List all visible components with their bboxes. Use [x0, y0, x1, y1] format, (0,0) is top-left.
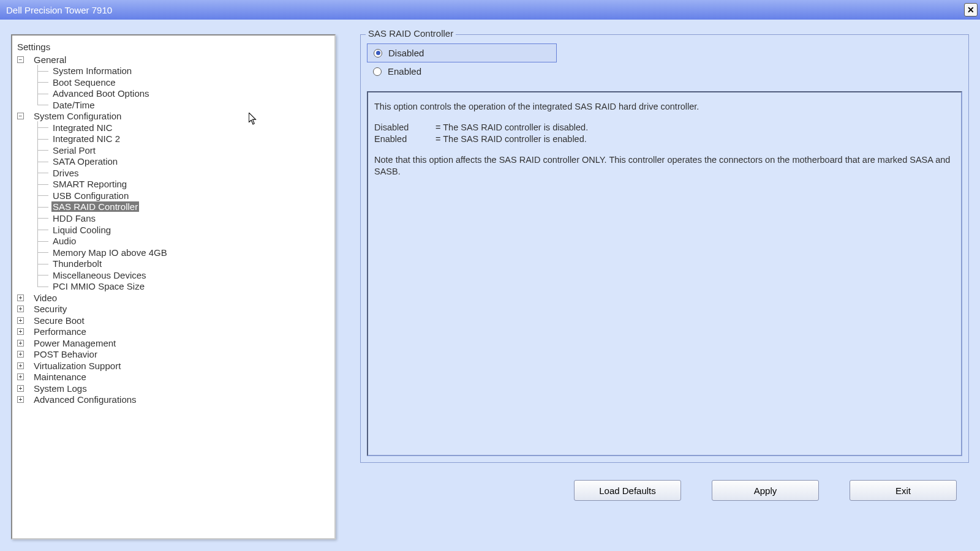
tree-item-audio[interactable]: Audio	[51, 236, 77, 246]
tree-item-integrated-nic[interactable]: Integrated NIC	[51, 122, 114, 133]
tree-group-system-configuration[interactable]: System Configuration	[32, 111, 123, 121]
tree-group-secure-boot[interactable]: Secure Boot	[32, 315, 86, 326]
expand-icon[interactable]: +	[17, 294, 24, 301]
description-value: = The SAS RAID controller is disabled.	[435, 122, 588, 134]
button-row: Load Defaults Apply Exit	[360, 463, 969, 501]
detail-legend: SAS RAID Controller	[366, 28, 456, 39]
expand-icon[interactable]: +	[17, 351, 24, 358]
description-value: = The SAS RAID controller is enabled.	[435, 133, 587, 146]
expand-icon[interactable]: +	[17, 317, 24, 324]
close-button[interactable]: ✕	[964, 3, 978, 17]
radio-group: Disabled Enabled	[367, 43, 962, 80]
radio-option-disabled[interactable]: Disabled	[367, 43, 557, 62]
tree-item-hdd-fans[interactable]: HDD Fans	[51, 213, 97, 223]
radio-label-disabled: Disabled	[388, 48, 424, 58]
tree-item-miscellaneous-devices[interactable]: Miscellaneous Devices	[51, 270, 148, 280]
tree-item-sas-raid-controller[interactable]: SAS RAID Controller	[51, 201, 139, 212]
description-intro: This option controls the operation of th…	[374, 101, 955, 113]
tree-group-performance[interactable]: Performance	[32, 326, 88, 337]
description-key: Disabled	[374, 122, 435, 134]
expand-icon[interactable]: +	[17, 373, 24, 380]
titlebar: Dell Precision Tower 7910 ✕	[0, 0, 980, 20]
tree-group-advanced-configurations[interactable]: Advanced Configurations	[32, 394, 138, 405]
tree-item-smart-reporting[interactable]: SMART Reporting	[51, 179, 128, 189]
tree-group-virtualization-support[interactable]: Virtualization Support	[32, 361, 122, 371]
tree-group-general[interactable]: General	[32, 54, 67, 65]
expand-icon[interactable]: +	[17, 385, 24, 392]
expand-icon[interactable]: +	[17, 340, 24, 347]
tree-group-security[interactable]: Security	[32, 304, 68, 314]
tree-root-label: Settings	[17, 42, 330, 52]
apply-button[interactable]: Apply	[712, 480, 819, 501]
tree-item-usb-configuration[interactable]: USB Configuration	[51, 190, 130, 201]
tree-item-boot-sequence[interactable]: Boot Sequence	[51, 77, 117, 88]
radio-icon	[374, 49, 382, 58]
tree-item-drives[interactable]: Drives	[51, 168, 80, 178]
window-title: Dell Precision Tower 7910	[6, 5, 112, 15]
description-note: Note that this option affects the SAS RA…	[374, 154, 955, 178]
expand-icon[interactable]: +	[17, 362, 24, 369]
radio-option-enabled[interactable]: Enabled	[367, 62, 557, 80]
tree-item-liquid-cooling[interactable]: Liquid Cooling	[51, 225, 112, 235]
close-icon: ✕	[967, 5, 974, 15]
tree-group-power-management[interactable]: Power Management	[32, 338, 117, 348]
radio-label-enabled: Enabled	[388, 66, 421, 77]
expand-icon[interactable]: +	[17, 396, 24, 403]
collapse-icon[interactable]: −	[17, 113, 24, 119]
tree-item-memory-map-io-above-4gb[interactable]: Memory Map IO above 4GB	[51, 247, 168, 258]
collapse-icon[interactable]: −	[17, 56, 24, 63]
tree-group-system-logs[interactable]: System Logs	[32, 383, 88, 394]
tree-group-maintenance[interactable]: Maintenance	[32, 372, 88, 382]
tree-item-date-time[interactable]: Date/Time	[51, 100, 96, 110]
description-key: Enabled	[374, 133, 435, 146]
detail-fieldset: SAS RAID Controller Disabled Enabled Thi…	[360, 34, 969, 463]
tree-item-sata-operation[interactable]: SATA Operation	[51, 156, 119, 167]
tree-item-system-information[interactable]: System Information	[51, 66, 133, 76]
tree-group-post-behavior[interactable]: POST Behavior	[32, 349, 99, 359]
tree-item-serial-port[interactable]: Serial Port	[51, 145, 97, 156]
expand-icon[interactable]: +	[17, 305, 24, 312]
description-box: This option controls the operation of th…	[367, 91, 962, 456]
tree-item-integrated-nic-2[interactable]: Integrated NIC 2	[51, 133, 121, 144]
tree-item-advanced-boot-options[interactable]: Advanced Boot Options	[51, 88, 151, 99]
load-defaults-button[interactable]: Load Defaults	[574, 480, 681, 501]
exit-button[interactable]: Exit	[850, 480, 957, 501]
tree-group-video[interactable]: Video	[32, 293, 58, 303]
radio-icon	[373, 67, 382, 76]
settings-tree-panel: Settings−GeneralSystem InformationBoot S…	[11, 34, 336, 539]
tree-item-thunderbolt[interactable]: Thunderbolt	[51, 258, 103, 269]
expand-icon[interactable]: +	[17, 328, 24, 335]
tree-item-pci-mmio-space-size[interactable]: PCI MMIO Space Size	[51, 281, 146, 291]
description-row: Enabled= The SAS RAID controller is enab…	[374, 133, 955, 146]
description-row: Disabled= The SAS RAID controller is dis…	[374, 122, 955, 134]
